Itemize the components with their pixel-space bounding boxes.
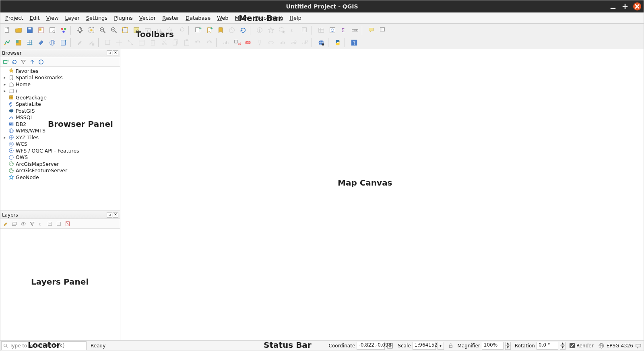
- browser-item-mssql[interactable]: MSSQL: [0, 114, 120, 121]
- browser-filter-icon[interactable]: [20, 58, 27, 66]
- scale-input[interactable]: 1:964152: [413, 342, 436, 350]
- new-shapefile-icon[interactable]: +: [58, 37, 69, 48]
- browser-item-db2[interactable]: DB2DB2: [0, 121, 120, 128]
- browser-item-home[interactable]: ▸Home: [0, 81, 120, 88]
- measure-icon[interactable]: [350, 25, 360, 35]
- pan-to-selection-icon[interactable]: [86, 25, 97, 35]
- maptips-icon[interactable]: [366, 25, 377, 35]
- layers-expand-icon[interactable]: [46, 220, 54, 227]
- menu-project[interactable]: Project: [2, 14, 27, 22]
- browser-item-favorites[interactable]: Favorites: [0, 68, 120, 74]
- lock-scale[interactable]: [448, 343, 454, 349]
- annotation-icon[interactable]: T: [378, 25, 388, 35]
- layers-visibility-icon[interactable]: [20, 220, 27, 227]
- zoom-full-icon[interactable]: [120, 25, 130, 35]
- menu-edit[interactable]: Edit: [27, 14, 43, 22]
- browser-item-postgis[interactable]: PostGIS: [0, 107, 120, 114]
- locator-input[interactable]: [10, 343, 85, 349]
- browser-item-arcgisfeatureserver[interactable]: ArcGisFeatureServer: [0, 167, 120, 174]
- pan-icon[interactable]: [75, 25, 85, 35]
- layers-body[interactable]: Layers Panel: [0, 229, 120, 340]
- metasearch-icon[interactable]: [316, 37, 326, 48]
- scale-dropdown[interactable]: ▾: [438, 342, 444, 350]
- browser-refresh-icon[interactable]: [11, 58, 18, 66]
- browser-item-xyz-tiles[interactable]: ▸XYZ Tiles: [0, 134, 120, 141]
- browser-panel-close[interactable]: ✕: [113, 50, 118, 56]
- layers-panel-undock[interactable]: ▫: [107, 212, 112, 218]
- menu-vector[interactable]: Vector: [136, 14, 159, 22]
- raster-layer-icon[interactable]: [13, 37, 24, 48]
- new-project-icon[interactable]: [2, 25, 12, 35]
- zoom-in-icon[interactable]: [97, 25, 108, 35]
- layers-expression-icon[interactable]: ε: [37, 220, 45, 227]
- new-map-view-icon[interactable]: +: [193, 25, 203, 35]
- print-layout-icon[interactable]: [36, 25, 46, 35]
- browser-item-arcgismapserver[interactable]: ArcGisMapServer: [0, 161, 120, 167]
- maximize-button[interactable]: [621, 2, 629, 10]
- expand-arrow[interactable]: ▸: [3, 82, 7, 87]
- menu-web[interactable]: Web: [214, 14, 231, 22]
- label-diagram-icon[interactable]: ab: [232, 37, 242, 48]
- menu-view[interactable]: View: [43, 14, 62, 22]
- toggle-extents-icon[interactable]: [386, 342, 394, 349]
- save-project-icon[interactable]: [25, 25, 35, 35]
- layout-manager-icon[interactable]: [47, 25, 58, 35]
- menu-settings[interactable]: Settings: [83, 14, 111, 22]
- browser-properties-icon[interactable]: i: [37, 58, 45, 66]
- browser-panel-header[interactable]: Browser ▫ ✕: [0, 49, 120, 57]
- mesh-layer-icon[interactable]: [25, 37, 35, 48]
- virtual-layer-icon[interactable]: [36, 37, 46, 48]
- browser-tree[interactable]: Favorites▸Spatial Bookmarks▸Home▸/GeoPac…: [0, 67, 120, 211]
- layers-panel-close[interactable]: ✕: [113, 212, 118, 218]
- magnifier-input[interactable]: 100%: [482, 342, 504, 350]
- browser-item--[interactable]: ▸/: [0, 88, 120, 95]
- layers-style-icon[interactable]: [2, 220, 9, 227]
- browser-item-spatialite[interactable]: SpatiaLite: [0, 101, 120, 108]
- expand-arrow[interactable]: ▸: [3, 89, 7, 93]
- messages-button[interactable]: [635, 342, 642, 349]
- menu-mesh[interactable]: Mesh: [232, 14, 252, 22]
- browser-panel-undock[interactable]: ▫: [107, 50, 112, 56]
- close-button[interactable]: [633, 2, 641, 10]
- browser-item-geopackage[interactable]: GeoPackage: [0, 94, 120, 101]
- layers-remove-icon[interactable]: [64, 220, 71, 227]
- open-project-icon[interactable]: [13, 25, 24, 35]
- statistics-icon[interactable]: Σ: [339, 25, 349, 35]
- menu-layer[interactable]: Layer: [62, 14, 83, 22]
- zoom-out-icon[interactable]: [109, 25, 119, 35]
- wms-layer-icon[interactable]: [47, 37, 58, 48]
- python-console-icon[interactable]: [332, 37, 343, 48]
- locator[interactable]: [1, 341, 87, 350]
- style-manager-icon[interactable]: [58, 25, 69, 35]
- field-calc-icon[interactable]: [327, 25, 338, 35]
- crs-field[interactable]: EPSG:4326: [598, 342, 633, 349]
- coordinate-input[interactable]: -0.822,-0.098: [357, 342, 385, 350]
- browser-item-spatial-bookmarks[interactable]: ▸Spatial Bookmarks: [0, 74, 120, 81]
- expand-arrow[interactable]: ▸: [3, 75, 7, 80]
- magnifier-spinner[interactable]: ▲▼: [505, 342, 511, 350]
- new-bookmark-icon[interactable]: +: [204, 25, 215, 35]
- expand-arrow[interactable]: ▸: [3, 135, 7, 140]
- layers-add-group-icon[interactable]: [11, 220, 18, 227]
- vector-layer-icon[interactable]: [2, 37, 12, 48]
- browser-item-wfs-ogc-api-features[interactable]: WFS / OGC API - Features: [0, 147, 120, 154]
- layers-filter-legend-icon[interactable]: [29, 220, 36, 227]
- browser-item-wms-wmts[interactable]: WMS/WMTS: [0, 128, 120, 134]
- menu-processing[interactable]: Processing: [252, 14, 286, 22]
- layers-panel-header[interactable]: Layers ▫ ✕: [0, 211, 120, 219]
- rotation-input[interactable]: 0.0 °: [537, 342, 558, 350]
- browser-add-layer-icon[interactable]: +: [2, 58, 9, 66]
- browser-item-ows[interactable]: OWS: [0, 154, 120, 161]
- menu-plugins[interactable]: Plugins: [111, 14, 136, 22]
- help-icon[interactable]: ?: [349, 37, 359, 48]
- browser-item-wcs[interactable]: WCS: [0, 141, 120, 148]
- menu-database[interactable]: Database: [182, 14, 214, 22]
- browser-item-geonode[interactable]: GeoNode: [0, 174, 120, 181]
- menu-help[interactable]: Help: [286, 14, 305, 22]
- layers-collapse-icon[interactable]: [55, 220, 62, 227]
- browser-collapse-icon[interactable]: [29, 58, 36, 66]
- minimize-button[interactable]: [609, 2, 617, 10]
- zoom-selection-icon[interactable]: [131, 25, 142, 35]
- show-bookmarks-icon[interactable]: [215, 25, 226, 35]
- map-canvas[interactable]: Map Canvas: [120, 49, 644, 340]
